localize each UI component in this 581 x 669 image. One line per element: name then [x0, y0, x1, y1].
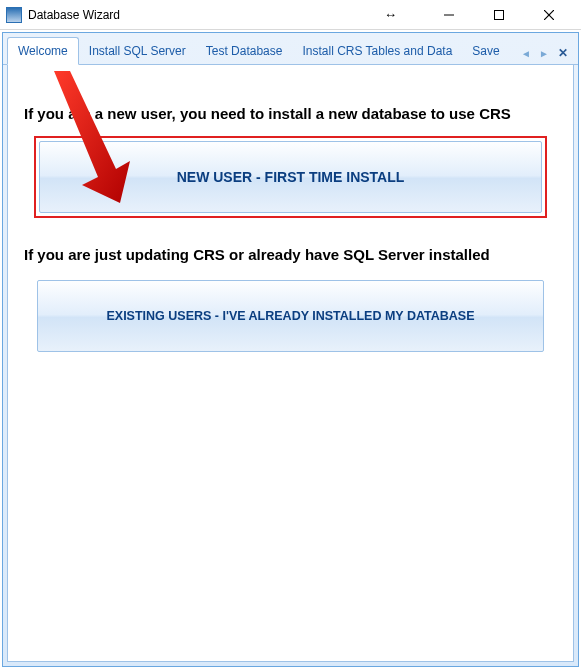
window-shell: Welcome Install SQL Server Test Database… [2, 32, 579, 667]
heading-existing-user: If you are just updating CRS or already … [24, 246, 557, 263]
chevron-left-icon: ◄ [521, 48, 531, 59]
svg-rect-1 [495, 10, 504, 19]
existing-user-button[interactable]: EXISTING USERS - I'VE ALREADY INSTALLED … [37, 280, 544, 352]
tab-save[interactable]: Save [462, 38, 509, 64]
tab-label: Welcome [18, 44, 68, 58]
tab-strip: Welcome Install SQL Server Test Database… [3, 33, 578, 65]
tab-label: Save [472, 44, 499, 58]
tab-label: Install CRS Tables and Data [302, 44, 452, 58]
close-button[interactable] [537, 6, 561, 24]
existing-user-button-wrap: EXISTING USERS - I'VE ALREADY INSTALLED … [34, 277, 547, 355]
tab-install-crs-tables[interactable]: Install CRS Tables and Data [292, 38, 462, 64]
tabs-close-button[interactable]: ✕ [556, 46, 570, 60]
tab-welcome[interactable]: Welcome [7, 37, 79, 65]
app-icon [6, 7, 22, 23]
minimize-button[interactable] [437, 6, 461, 24]
maximize-button[interactable] [487, 6, 511, 24]
tab-panel-welcome: If you are a new user, you need to insta… [7, 65, 574, 662]
tab-label: Install SQL Server [89, 44, 186, 58]
new-user-button-highlight: NEW USER - FIRST TIME INSTALL [34, 136, 547, 218]
maximize-icon [494, 10, 504, 20]
tab-label: Test Database [206, 44, 283, 58]
tab-test-database[interactable]: Test Database [196, 38, 293, 64]
title-bar: Database Wizard ↔ [0, 0, 581, 30]
tabs-scroll-left-button[interactable]: ◄ [520, 46, 532, 60]
chevron-right-icon: ► [539, 48, 549, 59]
window-title: Database Wizard [28, 8, 384, 22]
tab-install-sql-server[interactable]: Install SQL Server [79, 38, 196, 64]
new-user-install-button[interactable]: NEW USER - FIRST TIME INSTALL [39, 141, 542, 213]
tab-strip-controls: ◄ ► ✕ [520, 46, 574, 64]
tabs-scroll-right-button[interactable]: ► [538, 46, 550, 60]
x-icon: ✕ [558, 46, 568, 60]
minimize-icon [444, 10, 454, 20]
close-icon [544, 10, 554, 20]
resize-handle-icon[interactable]: ↔ [384, 7, 397, 22]
heading-new-user: If you are a new user, you need to insta… [24, 105, 557, 122]
